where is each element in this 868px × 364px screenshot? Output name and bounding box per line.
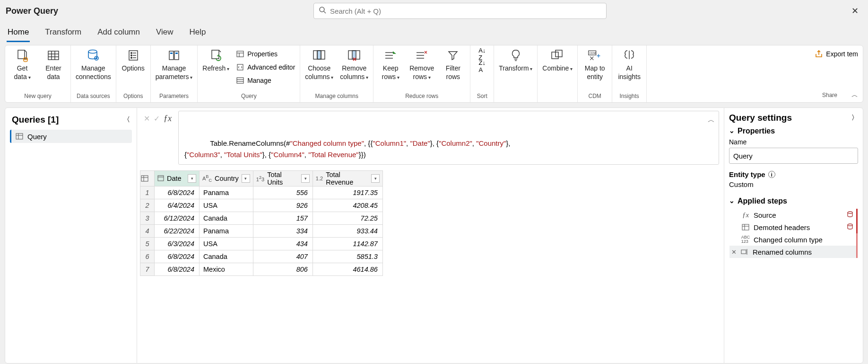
row-number[interactable]: 1 — [140, 186, 155, 199]
formula-bar[interactable]: ︿ Table.RenameColumns(#"Changed column t… — [178, 111, 719, 165]
combine-button[interactable]: Combine — [542, 48, 573, 73]
cell[interactable]: 926 — [253, 199, 312, 212]
type-icon[interactable]: ABC — [202, 174, 212, 183]
cell[interactable]: Panama — [200, 225, 253, 238]
cell[interactable]: 6/4/2024 — [155, 199, 200, 212]
cell[interactable]: Canada — [200, 250, 253, 263]
export-template-button[interactable]: Export tem — [815, 48, 858, 60]
applied-step[interactable]: ƒxSource — [729, 209, 858, 221]
table-row[interactable]: 16/8/2024Panama5561917.35 — [140, 186, 383, 199]
cell[interactable]: Mexico — [200, 263, 253, 276]
manage-query-button[interactable]: Manage — [236, 75, 295, 86]
tab-transform[interactable]: Transform — [44, 25, 82, 42]
table-row[interactable]: 76/8/2024Mexico8064614.86 — [140, 263, 383, 276]
step-error-icon[interactable] — [847, 223, 854, 231]
formula-collapse-button[interactable]: ︿ — [708, 114, 715, 125]
cell[interactable]: 933.44 — [312, 225, 382, 238]
manage-connections-button[interactable]: Manage connections — [76, 48, 111, 81]
formula-cancel-icon[interactable]: ✕ — [144, 114, 150, 123]
options-button[interactable]: Options — [121, 48, 146, 73]
search-input[interactable] — [330, 7, 601, 15]
remove-columns-button[interactable]: Remove columns — [340, 48, 368, 81]
row-number[interactable]: 2 — [140, 199, 155, 212]
column-header-country[interactable]: ABCCountry▾ — [200, 171, 253, 186]
map-to-entity-button[interactable]: CDM Map to entity — [582, 48, 607, 81]
cell[interactable]: 6/8/2024 — [155, 186, 200, 199]
tab-add-column[interactable]: Add column — [96, 25, 141, 42]
cell[interactable]: 407 — [253, 250, 312, 263]
keep-rows-button[interactable]: Keep rows — [378, 48, 403, 81]
queries-collapse-button[interactable]: 〈 — [123, 115, 130, 124]
delete-step-button[interactable]: ✕ — [731, 249, 737, 256]
sort-asc-button[interactable]: A↓Z — [478, 48, 486, 60]
cell[interactable]: 4614.86 — [312, 263, 382, 276]
row-number[interactable]: 5 — [140, 238, 155, 250]
applied-steps-section[interactable]: Applied steps — [729, 197, 858, 205]
cell[interactable]: 6/3/2024 — [155, 238, 200, 250]
sort-desc-button[interactable]: Z↓A — [479, 61, 486, 72]
transform-button[interactable]: Transform — [499, 48, 532, 73]
type-icon[interactable] — [157, 175, 164, 182]
cell[interactable]: 334 — [253, 225, 312, 238]
column-filter-button[interactable]: ▾ — [301, 174, 310, 183]
advanced-editor-button[interactable]: Advanced editor — [236, 62, 295, 73]
row-number[interactable]: 3 — [140, 212, 155, 225]
tab-home[interactable]: Home — [7, 25, 30, 42]
applied-step[interactable]: ABC123Changed column type — [729, 233, 858, 246]
column-header-date[interactable]: Date▾ — [155, 171, 200, 186]
cell[interactable]: 6/12/2024 — [155, 212, 200, 225]
query-item[interactable]: Query — [10, 130, 132, 143]
cell[interactable]: 556 — [253, 186, 312, 199]
close-button[interactable]: ✕ — [845, 6, 864, 16]
data-grid[interactable]: Date▾ABCCountry▾123Total Units▾1.2Total … — [140, 170, 383, 276]
applied-step[interactable]: Demoted headers — [729, 221, 858, 233]
cell[interactable]: 157 — [253, 212, 312, 225]
column-filter-button[interactable]: ▾ — [188, 174, 196, 183]
filter-rows-button[interactable]: Filter rows — [441, 48, 465, 81]
row-number[interactable]: 6 — [140, 250, 155, 263]
enter-data-button[interactable]: Enter data — [41, 48, 66, 81]
table-row[interactable]: 56/3/2024USA4341142.87 — [140, 238, 383, 250]
cell[interactable]: 6/8/2024 — [155, 263, 200, 276]
cell[interactable]: 1917.35 — [312, 186, 382, 199]
grid-corner[interactable] — [140, 171, 155, 186]
get-data-button[interactable]: Get data — [10, 48, 35, 81]
properties-button[interactable]: Properties — [236, 48, 295, 60]
column-filter-button[interactable]: ▾ — [371, 174, 380, 183]
remove-rows-button[interactable]: Remove rows — [409, 48, 434, 81]
row-number[interactable]: 7 — [140, 263, 155, 276]
column-header-total-units[interactable]: 123Total Units▾ — [253, 171, 312, 186]
properties-section[interactable]: Properties — [729, 127, 858, 135]
column-filter-button[interactable]: ▾ — [242, 174, 250, 183]
table-row[interactable]: 36/12/2024Canada15772.25 — [140, 212, 383, 225]
tab-help[interactable]: Help — [189, 25, 207, 42]
tab-view[interactable]: View — [155, 25, 174, 42]
cell[interactable]: 6/22/2024 — [155, 225, 200, 238]
cell[interactable]: 1142.87 — [312, 238, 382, 250]
table-row[interactable]: 66/8/2024Canada4075851.3 — [140, 250, 383, 263]
column-header-total-revenue[interactable]: 1.2Total Revenue▾ — [312, 171, 382, 186]
cell[interactable]: 806 — [253, 263, 312, 276]
search-box[interactable] — [313, 3, 607, 19]
applied-step[interactable]: ✕Renamed columns — [729, 246, 858, 258]
settings-collapse-button[interactable]: 〉 — [851, 114, 858, 122]
choose-columns-button[interactable]: Choose columns — [305, 48, 333, 81]
step-error-icon[interactable] — [847, 211, 854, 219]
manage-parameters-button[interactable]: Manage parameters — [156, 48, 193, 81]
cell[interactable]: Panama — [200, 186, 253, 199]
table-row[interactable]: 26/4/2024USA9264208.45 — [140, 199, 383, 212]
ribbon-collapse-button[interactable]: ︿ — [851, 91, 858, 99]
cell[interactable]: Canada — [200, 212, 253, 225]
row-number[interactable]: 4 — [140, 225, 155, 238]
cell[interactable]: 434 — [253, 238, 312, 250]
cell[interactable]: USA — [200, 238, 253, 250]
cell[interactable]: 6/8/2024 — [155, 250, 200, 263]
fx-icon[interactable]: ƒx — [164, 114, 172, 124]
ai-insights-button[interactable]: AI insights — [617, 48, 642, 81]
cell[interactable]: 4208.45 — [312, 199, 382, 212]
cell[interactable]: USA — [200, 199, 253, 212]
table-row[interactable]: 46/22/2024Panama334933.44 — [140, 225, 383, 238]
query-name-input[interactable] — [729, 148, 858, 164]
formula-commit-icon[interactable]: ✓ — [154, 114, 160, 123]
type-icon[interactable]: 123 — [256, 175, 264, 182]
